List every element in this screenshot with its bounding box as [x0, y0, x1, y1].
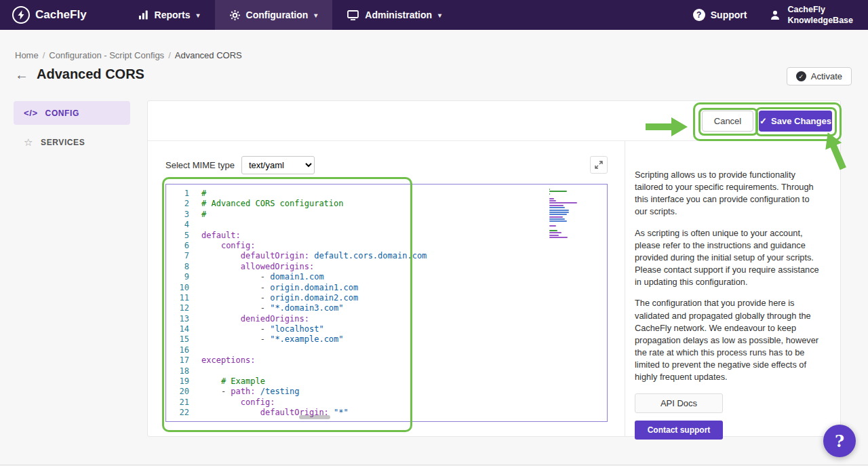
- breadcrumb-separator: /: [168, 50, 171, 60]
- mime-type-select[interactable]: text/yaml: [241, 156, 315, 174]
- code-line[interactable]: 19 # Example: [166, 376, 607, 387]
- code-line[interactable]: 20 - path: /testing: [166, 387, 607, 397]
- code-line[interactable]: 22 defaultOrigin: "*": [166, 408, 607, 418]
- code-line[interactable]: 4: [166, 220, 607, 230]
- code-line[interactable]: 21 config:: [166, 397, 607, 408]
- panel-body: Select MIME type text/yaml 1#2# Advanced…: [148, 141, 840, 436]
- main-nav: Reports ▾ Configuration ▾ Administration…: [123, 0, 457, 30]
- navbar-right: ? Support CacheFly KnowledgeBase: [679, 0, 868, 30]
- line-number: 2: [166, 199, 189, 209]
- save-changes-button[interactable]: ✓ Save Changes: [759, 111, 832, 132]
- code-editor[interactable]: 1#2# Advanced CORS configuration3#45defa…: [165, 184, 608, 422]
- mime-type-label: Select MIME type: [165, 160, 235, 170]
- code-line[interactable]: 9 - domain1.com: [166, 272, 607, 282]
- support-label: Support: [711, 9, 747, 20]
- save-label: Save Changes: [771, 116, 831, 126]
- vertical-divider: [625, 141, 625, 436]
- line-number: 16: [166, 345, 189, 355]
- code-line[interactable]: 7 defaultOrigin: default.cors.domain.com: [166, 251, 607, 261]
- line-number: 14: [166, 324, 189, 334]
- page-title: Advanced CORS: [37, 66, 144, 82]
- editor-column: Select MIME type text/yaml 1#2# Advanced…: [165, 141, 608, 422]
- activate-label: Activate: [811, 71, 842, 81]
- code-line[interactable]: 11 - origin.domain2.com: [166, 293, 607, 303]
- activate-button[interactable]: ✓ Activate: [787, 67, 852, 85]
- question-icon: ?: [693, 9, 705, 21]
- gear-icon: [230, 10, 240, 20]
- code-line[interactable]: 14 - "localhost": [166, 324, 607, 334]
- line-number: 7: [166, 251, 189, 261]
- chevron-down-icon: ▾: [314, 12, 317, 19]
- nav-item-label: Reports: [155, 9, 191, 20]
- cancel-button[interactable]: Cancel: [702, 111, 753, 132]
- nav-item-administration[interactable]: Administration ▾: [332, 0, 456, 30]
- line-number: 18: [166, 366, 189, 376]
- check-circle-icon: ✓: [796, 71, 806, 81]
- account-name: CacheFly KnowledgeBase: [787, 4, 853, 26]
- code-line[interactable]: 13 deniedOrigins:: [166, 314, 607, 324]
- info-panel: Scripting allows us to provide functiona…: [635, 141, 819, 440]
- bar-chart-icon: [138, 10, 149, 20]
- line-number: 8: [166, 262, 189, 272]
- line-number: 6: [166, 241, 189, 251]
- help-fab-button[interactable]: ?: [823, 425, 856, 457]
- info-paragraph: The configuration that you provide here …: [635, 297, 819, 383]
- account-menu[interactable]: CacheFly KnowledgeBase: [760, 0, 868, 30]
- line-number: 11: [166, 293, 189, 303]
- contact-support-button[interactable]: Contact support: [635, 421, 723, 440]
- chevron-down-icon: ▾: [438, 12, 441, 19]
- nav-item-label: Configuration: [246, 9, 309, 20]
- monitor-icon: [347, 10, 359, 20]
- line-number: 4: [166, 220, 189, 230]
- sidebar-item-config[interactable]: </> CONFIG: [14, 101, 130, 125]
- user-icon: [770, 9, 781, 20]
- code-line[interactable]: 8 allowedOrigins:: [166, 262, 607, 272]
- line-number: 21: [166, 397, 189, 408]
- code-line[interactable]: 16: [166, 345, 607, 355]
- line-number: 15: [166, 334, 189, 345]
- editor-hscrollbar[interactable]: [299, 415, 330, 419]
- panel-toolbar: Cancel ✓ Save Changes: [148, 101, 840, 141]
- code-line[interactable]: 15 - "*.example.com": [166, 334, 607, 345]
- nav-item-reports[interactable]: Reports ▾: [123, 0, 215, 30]
- account-line1: CacheFly: [787, 4, 853, 15]
- code-icon: </>: [24, 108, 38, 118]
- breadcrumb-item[interactable]: Home: [15, 50, 39, 60]
- nav-item-configuration[interactable]: Configuration ▾: [215, 0, 333, 30]
- code-line[interactable]: 3#: [166, 210, 607, 220]
- check-icon: ✓: [760, 116, 767, 126]
- sidebar-item-label: SERVICES: [41, 138, 85, 147]
- breadcrumb-item: Advanced CORS: [175, 50, 242, 60]
- api-docs-button[interactable]: API Docs: [635, 393, 723, 413]
- back-arrow-icon[interactable]: ←: [15, 68, 28, 81]
- sidebar-item-label: CONFIG: [45, 109, 79, 118]
- line-number: 5: [166, 231, 189, 241]
- cachefly-logo-icon: [12, 6, 30, 24]
- line-number: 17: [166, 355, 189, 366]
- code-line[interactable]: 6 config:: [166, 241, 607, 251]
- nav-item-label: Administration: [365, 9, 432, 20]
- line-number: 3: [166, 210, 189, 220]
- code-line[interactable]: 10 - origin.domain1.com: [166, 283, 607, 293]
- breadcrumb-item[interactable]: Configuration - Script Configs: [49, 50, 164, 60]
- code-line[interactable]: 5default:: [166, 231, 607, 241]
- brand-name: CacheFly: [35, 8, 87, 22]
- expand-icon: [595, 161, 603, 169]
- code-line[interactable]: 17exceptions:: [166, 355, 607, 366]
- chevron-down-icon: ▾: [197, 12, 200, 19]
- page-title-row: ← Advanced CORS: [15, 66, 144, 82]
- code-line[interactable]: 2# Advanced CORS configuration: [166, 199, 607, 209]
- config-panel: Cancel ✓ Save Changes Select MIME type t…: [147, 100, 841, 437]
- sidebar-item-services[interactable]: ☆ SERVICES: [14, 130, 130, 155]
- expand-editor-button[interactable]: [590, 156, 608, 174]
- code-line[interactable]: 12 - "*.domain3.com": [166, 303, 607, 313]
- code-line[interactable]: 1#: [166, 189, 607, 199]
- sidebar: </> CONFIG ☆ SERVICES: [14, 101, 130, 160]
- line-number: 13: [166, 314, 189, 324]
- footer-divider: [0, 465, 868, 465]
- code-line[interactable]: 18: [166, 366, 607, 376]
- nav-item-support[interactable]: ? Support: [679, 0, 761, 30]
- brand-logo[interactable]: CacheFly: [0, 0, 99, 30]
- editor-minimap: [549, 189, 585, 239]
- breadcrumb-separator: /: [43, 50, 45, 60]
